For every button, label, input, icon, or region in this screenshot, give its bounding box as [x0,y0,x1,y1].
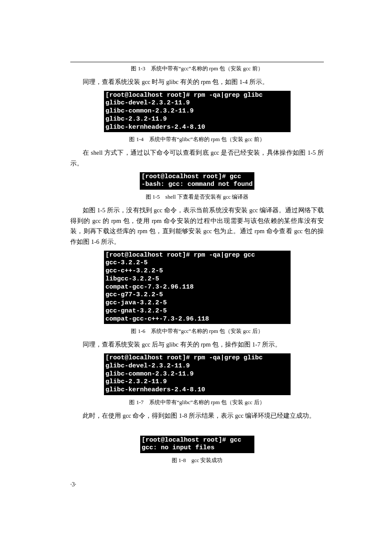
figure-caption-1-8: 图 1-8 gcc 安装成功 [70,457,324,464]
paragraph: 同理，查看系统安装 gcc 后与 glibc 有关的 rpm 包，操作如图 1-… [70,339,324,350]
paragraph: 在 shell 方式下，通过以下命令可以查看到底 gcc 是否已经安装，具体操作… [70,147,324,168]
paragraph: 如图 1-5 所示，没有找到 gcc 命令，表示当前系统没有安装 gcc 编译器… [70,205,324,247]
header-rule [70,62,324,62]
terminal-output-1-5: [root@localhost root]# gcc -bash: gcc: c… [140,172,254,190]
page-number: ·3· [70,481,324,488]
paragraph: 同理，查看系统没装 gcc 时与 glibc 有关的 rpm 包，如图 1-4 … [70,77,324,87]
figure-caption-1-5: 图 1-5 shell 下查看是否安装有 gcc 编译器 [70,193,324,201]
figure-caption-1-3: 图 1-3 系统中带有“gcc”名称的 rpm 包（安装 gcc 前） [70,65,324,72]
figure-caption-1-6: 图 1-6 系统中带有“gcc”名称的 rpm 包（安装 gcc 后） [70,327,324,335]
terminal-output-1-6: [root@localhost root]# rpm -qa|grep gcc … [104,251,291,324]
terminal-output-1-7: [root@localhost root]# rpm -qa|grep glib… [104,353,291,395]
figure-caption-1-7: 图 1-7 系统中带有“glibc”名称的 rpm 包（安装 gcc 后） [70,399,324,406]
page: 图 1-3 系统中带有“gcc”名称的 rpm 包（安装 gcc 前） 同理，查… [0,0,392,555]
figure-caption-1-4: 图 1-4 系统中带有“glibc”名称的 rpm 包（安装 gcc 前） [70,136,324,143]
terminal-output-1-8: [root@localhost root]# gcc gcc: no input… [140,436,254,454]
paragraph: 此时，在使用 gcc 命令，得到如图 1-8 所示结果，表示 gcc 编译环境已… [70,410,324,421]
terminal-output-1-4: [root@localhost root]# rpm -qa|grep glib… [104,91,291,133]
